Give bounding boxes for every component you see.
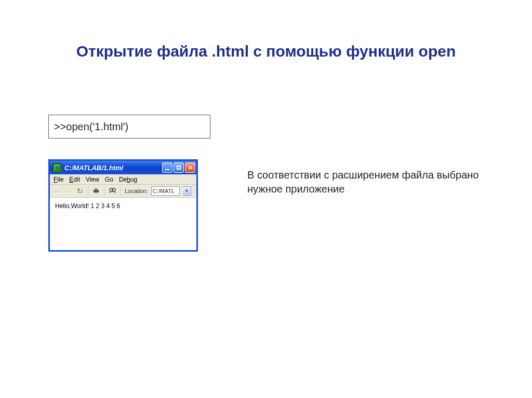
back-icon[interactable]: ← <box>53 187 61 195</box>
svg-rect-0 <box>94 190 99 193</box>
toolbar-divider <box>120 186 121 196</box>
close-button[interactable] <box>185 162 195 173</box>
toolbar: ← → ↻ Location: C:/MATL ▼ <box>50 185 196 198</box>
minimize-button[interactable] <box>162 162 172 173</box>
code-example: >>open('1.html') <box>48 115 210 139</box>
refresh-icon[interactable]: ↻ <box>76 187 84 195</box>
location-field[interactable]: C:/MATL <box>151 186 180 196</box>
titlebar: C:/MATLAB/1.html <box>50 161 196 174</box>
app-icon <box>52 163 62 172</box>
find-icon[interactable] <box>108 187 116 195</box>
toolbar-divider <box>104 186 104 196</box>
menu-bar: File Edit View Go Debug <box>50 174 196 185</box>
slide-title: Открытие файла .html с помощью функции o… <box>0 43 532 60</box>
menu-go[interactable]: Go <box>105 176 113 183</box>
window-title: C:/MATLAB/1.html <box>64 164 159 172</box>
menu-edit[interactable]: Edit <box>69 176 80 183</box>
menu-debug[interactable]: Debug <box>119 176 137 183</box>
svg-line-5 <box>110 191 111 193</box>
svg-rect-1 <box>95 188 98 190</box>
location-dropdown-icon[interactable]: ▼ <box>183 186 191 196</box>
page-content: Hello,World! 1 2 3 4 5 6 <box>50 198 196 250</box>
menu-view[interactable]: View <box>86 176 99 183</box>
forward-icon[interactable]: → <box>64 187 73 195</box>
svg-rect-2 <box>95 193 98 194</box>
maximize-button[interactable] <box>174 162 184 173</box>
toolbar-divider <box>88 186 88 196</box>
location-label: Location: <box>125 188 148 194</box>
menu-file[interactable]: File <box>54 176 63 183</box>
app-window: C:/MATLAB/1.html File Edit View Go Debug… <box>48 159 198 252</box>
print-icon[interactable] <box>92 187 100 195</box>
slide-caption: В соответствии с расширением файла выбра… <box>247 168 497 196</box>
svg-line-6 <box>114 191 115 193</box>
